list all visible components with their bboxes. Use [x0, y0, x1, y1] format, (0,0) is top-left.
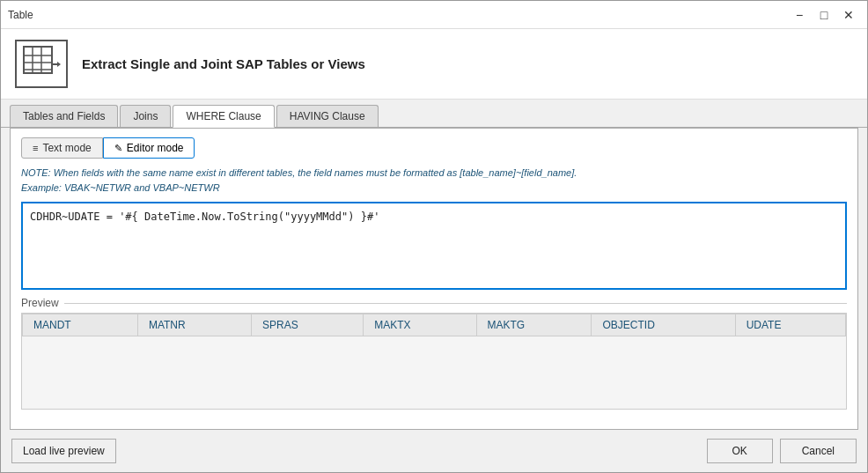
- preview-label: Preview: [21, 297, 847, 309]
- minimize-button[interactable]: −: [788, 6, 811, 24]
- note-text: NOTE: When fields with the same name exi…: [21, 166, 847, 195]
- maximize-button[interactable]: □: [813, 6, 835, 24]
- content-area: ≡ Text mode ✎ Editor mode NOTE: When fie…: [10, 128, 858, 430]
- ok-button[interactable]: OK: [707, 439, 773, 463]
- preview-table-wrapper: MANDT MATNR SPRAS MAKTX MAKTG OBJECTID U…: [21, 313, 847, 410]
- main-window: Table − □ ✕ Extract Single and Joint SA: [0, 0, 868, 473]
- close-button[interactable]: ✕: [837, 6, 860, 24]
- tabs-bar: Tables and Fields Joins WHERE Clause HAV…: [1, 100, 867, 128]
- col-objectid: OBJECTID: [592, 314, 735, 336]
- cancel-button[interactable]: Cancel: [780, 439, 857, 463]
- svg-marker-7: [57, 62, 61, 67]
- title-bar-left: Table: [8, 9, 33, 21]
- app-icon: [15, 40, 68, 88]
- text-mode-button[interactable]: ≡ Text mode: [21, 137, 103, 159]
- title-bar-controls: − □ ✕: [788, 6, 860, 24]
- header-section: Extract Single and Joint SAP Tables or V…: [1, 29, 867, 100]
- editor-mode-icon: ✎: [114, 143, 122, 154]
- footer-right: OK Cancel: [707, 439, 857, 463]
- col-mandt: MANDT: [23, 314, 138, 336]
- footer-left: Load live preview: [11, 439, 116, 463]
- col-udate: UDATE: [735, 314, 845, 336]
- editor-mode-button[interactable]: ✎ Editor mode: [103, 137, 195, 159]
- tab-having-clause[interactable]: HAVING Clause: [276, 105, 379, 127]
- load-live-preview-button[interactable]: Load live preview: [11, 439, 116, 463]
- footer: Load live preview OK Cancel: [1, 430, 867, 472]
- title-bar: Table − □ ✕: [1, 1, 867, 29]
- col-maktg: MAKTG: [476, 314, 592, 336]
- text-mode-icon: ≡: [33, 143, 38, 153]
- where-clause-editor[interactable]: CDHDR~UDATE = '#{ DateTime.Now.ToString(…: [21, 202, 847, 290]
- note-line1: NOTE: When fields with the same name exi…: [21, 166, 847, 181]
- col-matnr: MATNR: [137, 314, 251, 336]
- tab-tables-and-fields[interactable]: Tables and Fields: [10, 105, 118, 127]
- header-title: Extract Single and Joint SAP Tables or V…: [82, 56, 365, 71]
- text-mode-label: Text mode: [42, 142, 91, 154]
- preview-table: MANDT MATNR SPRAS MAKTX MAKTG OBJECTID U…: [22, 314, 846, 336]
- preview-section: Preview MANDT MATNR SPRAS MAKTX MAKTG OB…: [21, 297, 847, 410]
- table-svg-icon: [22, 45, 61, 84]
- window-title: Table: [8, 9, 33, 21]
- preview-header-row: MANDT MATNR SPRAS MAKTX MAKTG OBJECTID U…: [23, 314, 846, 336]
- col-maktx: MAKTX: [364, 314, 476, 336]
- col-spras: SPRAS: [252, 314, 364, 336]
- editor-mode-label: Editor mode: [127, 142, 184, 154]
- note-line2: Example: VBAK~NETWR and VBAP~NETWR: [21, 181, 847, 196]
- tab-joins[interactable]: Joins: [120, 105, 171, 127]
- tab-where-clause[interactable]: WHERE Clause: [173, 105, 274, 128]
- mode-buttons: ≡ Text mode ✎ Editor mode: [21, 137, 847, 159]
